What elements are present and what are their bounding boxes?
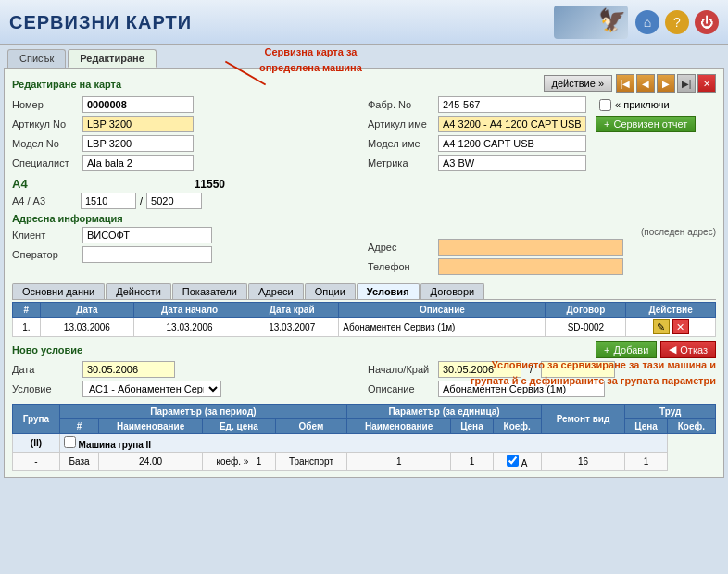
nav-first[interactable]: |◀ (616, 74, 634, 93)
articul-input[interactable] (82, 116, 194, 132)
new-opisanie-input[interactable] (438, 381, 605, 397)
col-date-end: Дата край (245, 303, 339, 318)
conditions-table: # Дата Дата начало Дата край Описание До… (12, 302, 716, 337)
sub-koef: Коеф. (493, 419, 541, 434)
tab-opcii[interactable]: Опции (305, 283, 356, 299)
articul-ime-input[interactable] (438, 116, 586, 132)
adres-input[interactable] (438, 239, 623, 256)
tab-deynosti[interactable]: Дейности (106, 283, 171, 299)
klient-label: Клиент (12, 230, 77, 241)
metrika-label: Метрика (368, 157, 433, 168)
sub-trud-koef-val: 1 (625, 453, 668, 471)
new-opisanie-row: Описание (368, 381, 716, 397)
new-date-input[interactable] (82, 361, 175, 378)
main-tabs: Списък Редактиране Сервизна карта за опр… (0, 45, 728, 68)
telefon-input[interactable] (438, 258, 623, 275)
plus-icon: + (604, 119, 609, 130)
group-checkbox[interactable] (64, 436, 76, 448)
help-icon[interactable]: ? (665, 10, 689, 34)
operator-label: Оператор (12, 249, 77, 260)
new-kraj-input[interactable] (541, 361, 615, 378)
tab-dogovori[interactable]: Договори (420, 283, 485, 299)
col-description: Описание (339, 303, 546, 318)
articul-ime-label: Артикул име (368, 119, 433, 130)
klient-input[interactable] (82, 227, 212, 243)
operator-row: Оператор (12, 246, 360, 263)
header-icons: ⌂ ? ⏻ (635, 10, 719, 34)
params-group-row: (II) Машина група II (13, 434, 716, 453)
row-dogovor: SD-0002 (546, 318, 626, 337)
nav-last[interactable]: ▶| (677, 74, 696, 93)
row-date: 13.03.2006 (40, 318, 133, 337)
power-icon[interactable]: ⏻ (695, 10, 719, 34)
form-section: Номер 0000008 Артикул No Модел No Специа… (12, 96, 716, 174)
fabr-label: Фабр. No (368, 99, 433, 110)
col-param-period: Параметър (за период) (59, 405, 346, 419)
new-condition-buttons: + Добави ◀ Отказ (596, 341, 716, 358)
nav-next[interactable]: ▶ (657, 74, 675, 93)
tab-usloviya[interactable]: Условия (357, 283, 420, 299)
prikluchi-checkbox[interactable] (599, 99, 611, 111)
new-nachalo-row: Начало/Край / (368, 361, 716, 378)
col-date: Дата (40, 303, 133, 318)
a4-a3-label: А4 / А3 (12, 195, 77, 206)
tab-list[interactable]: Списък (7, 49, 66, 68)
sub-naim2-val: Транспорт (275, 453, 347, 471)
sub-obem-val: коеф. » 1 (203, 453, 276, 471)
add-button[interactable]: + Добави (596, 341, 657, 358)
edit-row-button[interactable]: ✎ (653, 319, 670, 334)
cancel-icon: ◀ (669, 343, 676, 356)
params-data-row: - База 24.00 коеф. » 1 Транспорт 1 1 А 1… (13, 453, 716, 471)
operator-input[interactable] (82, 246, 212, 263)
col-dogovor: Договор (546, 303, 626, 318)
col-trud: Труд (625, 405, 716, 419)
col-action: Действие (626, 303, 716, 318)
tab-osnovni[interactable]: Основни данни (12, 283, 105, 299)
sub-trud-cena-val: 16 (541, 453, 624, 471)
model-input[interactable] (82, 135, 194, 152)
new-uslovie-select[interactable]: АС1 - Абонаментен Сервиз (1м (82, 381, 221, 397)
row-description: Абонаментен Сервиз (1м) (339, 318, 546, 337)
fabr-input[interactable] (438, 96, 586, 113)
new-uslovie-label: Условие (12, 383, 77, 394)
cancel-button[interactable]: ◀ Отказ (660, 341, 716, 358)
metrika-row: Метрика (368, 155, 716, 171)
main-panel: Редактиране на карта действие » |◀ ◀ ▶ ▶… (4, 68, 724, 478)
col-param-unit: Параметър (за единица) (347, 405, 542, 419)
add-icon: + (604, 344, 609, 356)
sub-trud-koef: Коеф. (667, 419, 715, 434)
a4-label: А4 (12, 177, 28, 191)
nav-delete[interactable]: ✕ (697, 74, 716, 93)
a4-value: 11550 (195, 178, 225, 191)
new-condition-header: Ново условие + Добави ◀ Отказ (12, 341, 716, 358)
new-opisanie-label: Описание (368, 383, 433, 394)
a3-val-input[interactable] (146, 193, 202, 209)
tab-adresi[interactable]: Адреси (248, 283, 304, 299)
specialist-input[interactable] (82, 155, 194, 171)
adres-label: Адрес (368, 242, 433, 253)
new-date-row: Дата (12, 361, 360, 378)
delete-row-button[interactable]: ✕ (672, 319, 689, 334)
serv-otchet-button[interactable]: + Сервизен отчет (596, 116, 696, 132)
new-nachalo-input[interactable] (438, 361, 521, 378)
sub-remont-val: А (493, 453, 541, 471)
a4-val-input[interactable] (81, 193, 136, 209)
remont-checkbox[interactable] (507, 455, 519, 467)
group-label: Машина група II (59, 434, 667, 453)
model-ime-input[interactable] (438, 135, 586, 152)
metrika-input[interactable] (438, 155, 586, 171)
nomer-label: Номер (12, 99, 77, 110)
tab-edit[interactable]: Редактиране (68, 49, 157, 68)
action-button[interactable]: действие » (544, 75, 613, 92)
nav-buttons: |◀ ◀ ▶ ▶| ✕ (616, 74, 716, 93)
nomer-row: Номер 0000008 (12, 96, 360, 113)
row-actions: ✎ ✕ (626, 318, 716, 337)
sub-cena-val: 1 (347, 453, 451, 471)
sub-ed-cena-val: 24.00 (99, 453, 203, 471)
telefon-row: Телефон (368, 258, 716, 275)
telefon-label: Телефон (368, 261, 433, 272)
nav-prev[interactable]: ◀ (636, 74, 655, 93)
tab-pokazateli[interactable]: Показатели (172, 283, 247, 299)
home-icon[interactable]: ⌂ (635, 10, 659, 34)
nomer-input[interactable]: 0000008 (82, 96, 194, 113)
